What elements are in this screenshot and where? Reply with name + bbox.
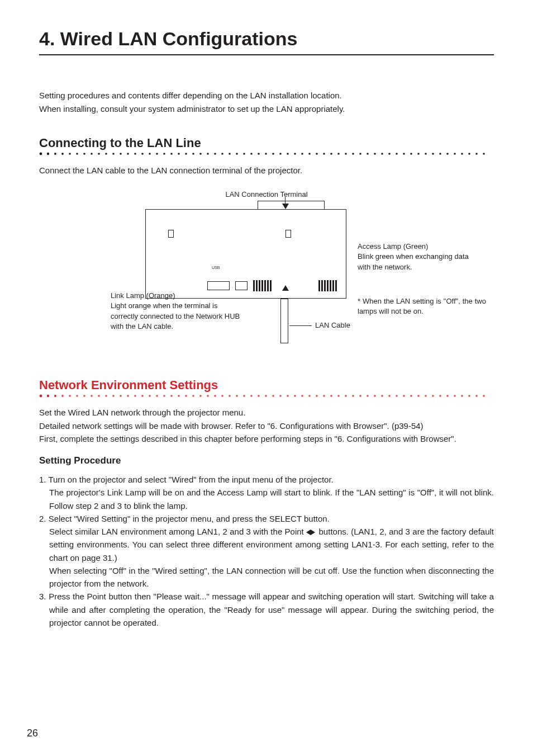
- svg-point-41: [337, 153, 340, 155]
- svg-point-106: [359, 395, 361, 397]
- svg-point-51: [410, 153, 412, 155]
- svg-point-79: [163, 395, 165, 397]
- svg-point-31: [265, 153, 267, 155]
- svg-point-89: [236, 395, 238, 397]
- svg-point-104: [345, 395, 347, 397]
- svg-point-35: [294, 153, 296, 155]
- setting-procedure-heading: Setting Procedure: [39, 455, 494, 466]
- svg-point-55: [439, 153, 441, 155]
- svg-point-45: [367, 153, 369, 155]
- svg-point-20: [185, 153, 187, 155]
- triangle-right-icon: [311, 530, 315, 535]
- svg-point-82: [185, 395, 187, 397]
- svg-point-88: [229, 395, 231, 397]
- svg-point-10: [112, 153, 115, 155]
- svg-point-40: [330, 153, 332, 155]
- section-network-env-title: Network Environment Settings: [39, 378, 494, 393]
- access-lamp-title: Access Lamp (Green): [358, 242, 480, 252]
- svg-point-98: [301, 395, 303, 397]
- svg-point-38: [316, 153, 318, 155]
- svg-point-28: [243, 153, 245, 155]
- svg-point-25: [221, 153, 223, 155]
- svg-point-39: [323, 153, 325, 155]
- diagram-caption: LAN Connection Terminal: [225, 190, 307, 199]
- svg-point-21: [192, 153, 194, 155]
- svg-point-1: [47, 153, 49, 155]
- svg-point-118: [446, 395, 449, 397]
- svg-point-56: [446, 153, 449, 155]
- section2-p3: First, complete the settings described i…: [39, 432, 494, 445]
- step-3: 3. Press the Point button then "Please w…: [39, 590, 494, 629]
- step-1: 1. Turn on the projector and select "Wir…: [39, 473, 494, 486]
- section2-p1: Set the Wired LAN network through the pr…: [39, 406, 494, 419]
- svg-point-112: [403, 395, 405, 397]
- lan-cable-plug: [280, 299, 288, 343]
- svg-point-6: [83, 153, 85, 155]
- svg-point-58: [461, 153, 463, 155]
- link-lamp-callout: Link Lamp (Orange) Light orange when the…: [111, 291, 245, 332]
- svg-point-26: [229, 153, 231, 155]
- svg-point-86: [214, 395, 216, 397]
- svg-point-101: [323, 395, 325, 397]
- dotted-rule-red: [39, 394, 494, 399]
- svg-point-48: [388, 153, 391, 155]
- svg-point-66: [69, 395, 71, 397]
- svg-point-68: [83, 395, 85, 397]
- svg-point-52: [417, 153, 420, 155]
- svg-point-17: [163, 153, 165, 155]
- svg-point-91: [250, 395, 253, 397]
- svg-point-34: [287, 153, 289, 155]
- svg-point-113: [410, 395, 412, 397]
- svg-point-64: [54, 395, 56, 397]
- svg-point-63: [47, 395, 49, 397]
- svg-point-16: [156, 153, 158, 155]
- svg-point-96: [287, 395, 289, 397]
- svg-point-99: [308, 395, 311, 397]
- svg-point-81: [178, 395, 180, 397]
- svg-point-76: [141, 395, 144, 397]
- svg-point-30: [258, 153, 260, 155]
- svg-point-102: [330, 395, 332, 397]
- svg-point-0: [40, 153, 42, 155]
- svg-point-24: [214, 153, 216, 155]
- svg-point-85: [207, 395, 209, 397]
- section-connecting-title: Connecting to the LAN Line: [39, 136, 494, 150]
- step-2b-pre: Select similar LAN environment among LAN…: [49, 527, 306, 536]
- dotted-rule: [39, 152, 494, 157]
- svg-point-53: [425, 153, 427, 155]
- svg-point-12: [127, 153, 129, 155]
- svg-point-122: [475, 395, 478, 397]
- svg-point-109: [381, 395, 383, 397]
- svg-point-57: [454, 153, 456, 155]
- svg-point-23: [207, 153, 209, 155]
- svg-point-117: [439, 395, 441, 397]
- svg-point-29: [250, 153, 253, 155]
- svg-point-93: [265, 395, 267, 397]
- svg-point-121: [468, 395, 470, 397]
- svg-point-61: [483, 153, 485, 155]
- svg-point-123: [483, 395, 485, 397]
- step-2-cont2: When selecting "Off" in the "Wired setti…: [39, 564, 494, 590]
- svg-point-7: [91, 153, 93, 155]
- step-1-cont: The projector's Link Lamp will be on and…: [39, 486, 494, 512]
- step-2-cont1: Select similar LAN environment among LAN…: [39, 525, 494, 564]
- svg-point-3: [61, 153, 64, 155]
- svg-point-107: [367, 395, 369, 397]
- svg-point-4: [69, 153, 71, 155]
- svg-point-54: [432, 153, 434, 155]
- svg-point-103: [337, 395, 340, 397]
- link-lamp-title: Link Lamp (Orange): [111, 291, 245, 301]
- svg-point-8: [98, 153, 100, 155]
- svg-point-77: [149, 395, 151, 397]
- chapter-title: 4. Wired LAN Configurations: [39, 28, 494, 55]
- svg-point-22: [199, 153, 202, 155]
- svg-point-72: [112, 395, 115, 397]
- svg-point-110: [388, 395, 391, 397]
- svg-point-32: [272, 153, 274, 155]
- svg-point-114: [417, 395, 420, 397]
- svg-point-84: [199, 395, 202, 397]
- svg-point-111: [396, 395, 398, 397]
- section2-p2: Detailed network settings will be made w…: [39, 419, 494, 432]
- svg-point-92: [258, 395, 260, 397]
- svg-point-116: [432, 395, 434, 397]
